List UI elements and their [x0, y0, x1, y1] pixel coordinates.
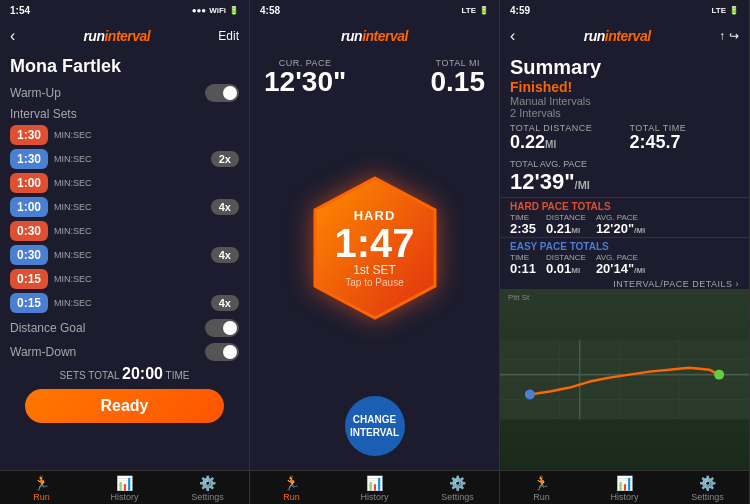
- tab-history-p3[interactable]: 📊 History: [583, 475, 666, 502]
- interval-pill-hard-2[interactable]: 1:00: [10, 173, 48, 193]
- total-distance-unit: MI: [545, 139, 556, 150]
- hard-time-block: TIME 2:35: [510, 213, 536, 235]
- easy-avg-block: AVG. PACE 20'14"/MI: [596, 253, 645, 275]
- avg-pace-label: TOTAL AVG. PACE: [510, 159, 739, 169]
- easy-time-block: TIME 0:11: [510, 253, 536, 275]
- interval-row-4: 0:30 MIN:SEC: [0, 219, 249, 243]
- tab-settings-p2[interactable]: ⚙️ Settings: [416, 475, 499, 502]
- tab-settings-label-p2: Settings: [441, 492, 474, 502]
- tab-settings-label-p3: Settings: [691, 492, 724, 502]
- change-interval-label: CHANGEINTERVAL: [350, 413, 399, 439]
- more-icon[interactable]: ↪: [729, 29, 739, 43]
- summary-title: Summary: [500, 54, 749, 79]
- interval-unit-4: MIN:SEC: [54, 226, 92, 236]
- interval-unit-5: MIN:SEC: [54, 250, 92, 260]
- interval-sets-label: Interval Sets: [0, 104, 249, 123]
- easy-pace-section: EASY PACE TOTALS TIME 0:11 DISTANCE 0.01…: [500, 237, 749, 277]
- workout-name: Mona Fartlek: [0, 54, 249, 81]
- status-icons-p3: LTE 🔋: [711, 6, 739, 15]
- interval-pill-hard-0[interactable]: 1:30: [10, 125, 48, 145]
- total-mi-block: TOTAL MI 0.15: [431, 58, 486, 96]
- sets-total-time-value: 20:00: [122, 365, 163, 382]
- map-area: Pitt St: [500, 289, 749, 470]
- settings-icon: ⚙️: [199, 475, 216, 491]
- logo-run-p2: run: [341, 28, 362, 44]
- logo-run-p3: run: [584, 28, 605, 44]
- avg-pace-unit: /MI: [575, 179, 590, 191]
- distance-goal-toggle[interactable]: [205, 319, 239, 337]
- run-stats: CUR. PACE 12'30" TOTAL MI 0.15: [250, 54, 499, 100]
- repeat-badge-3[interactable]: 4x: [211, 295, 239, 311]
- history-icon-p3: 📊: [616, 475, 633, 491]
- map-svg: [500, 289, 749, 470]
- logo-interval-p2: interval: [362, 28, 408, 44]
- interval-row-3: 1:00 MIN:SEC 4x: [0, 195, 249, 219]
- tab-settings-p1[interactable]: ⚙️ Settings: [166, 475, 249, 502]
- sets-total-prefix: SETS TOTAL: [60, 370, 120, 381]
- status-icons-p1: ●●● WiFi 🔋: [192, 6, 239, 15]
- interval-unit-7: MIN:SEC: [54, 298, 92, 308]
- interval-row-2: 1:00 MIN:SEC: [0, 171, 249, 195]
- share-icon[interactable]: ↑: [719, 29, 725, 43]
- hard-pace-section: HARD PACE TOTALS TIME 2:35 DISTANCE 0.21…: [500, 197, 749, 237]
- ready-button[interactable]: Ready: [25, 389, 224, 423]
- tab-run-p3[interactable]: 🏃 Run: [500, 475, 583, 502]
- back-button-p1[interactable]: ‹: [10, 27, 15, 45]
- interval-pill-hard-4[interactable]: 0:30: [10, 221, 48, 241]
- total-time-value: 2:45.7: [630, 133, 740, 153]
- map-street-label: Pitt St: [508, 293, 529, 302]
- interval-pill-hard-6[interactable]: 0:15: [10, 269, 48, 289]
- interval-row-6: 0:15 MIN:SEC: [0, 267, 249, 291]
- easy-pace-row: TIME 0:11 DISTANCE 0.01MI AVG. PACE 20'1…: [510, 253, 739, 275]
- interval-pace-details-link[interactable]: INTERVAL/PACE DETAILS ›: [500, 277, 749, 289]
- tab-history-label-p2: History: [360, 492, 388, 502]
- run-icon-p3: 🏃: [533, 475, 550, 491]
- logo-interval: interval: [104, 28, 150, 44]
- interval-pill-easy-3[interactable]: 1:00: [10, 197, 48, 217]
- easy-time-value: 0:11: [510, 262, 536, 275]
- tab-history-label-p1: History: [110, 492, 138, 502]
- warmup-label: Warm-Up: [10, 86, 61, 100]
- interval-unit-6: MIN:SEC: [54, 274, 92, 284]
- status-time-p1: 1:54: [10, 5, 30, 16]
- app-logo-p1: runinterval: [83, 28, 150, 44]
- back-button-p3[interactable]: ‹: [510, 27, 515, 45]
- repeat-badge-1[interactable]: 4x: [211, 199, 239, 215]
- status-bar-p2: 4:58 LTE 🔋: [250, 0, 499, 18]
- run-icon: 🏃: [33, 475, 50, 491]
- repeat-badge-2[interactable]: 4x: [211, 247, 239, 263]
- logo-run: run: [83, 28, 104, 44]
- interval-unit-2: MIN:SEC: [54, 178, 92, 188]
- tab-history-p2[interactable]: 📊 History: [333, 475, 416, 502]
- hexagon-wrap[interactable]: HARD 1:47 1st SET Tap to Pause: [310, 173, 440, 323]
- hex-tap: Tap to Pause: [345, 277, 403, 288]
- tab-run-label-p3: Run: [533, 492, 550, 502]
- tab-settings-p3[interactable]: ⚙️ Settings: [666, 475, 749, 502]
- cur-pace-block: CUR. PACE 12'30": [264, 58, 346, 96]
- panel-active-run: 4:58 LTE 🔋 runinterval CUR. PACE 12'30" …: [250, 0, 500, 504]
- panel-workout-setup: 1:54 ●●● WiFi 🔋 ‹ runinterval Edit Mona …: [0, 0, 250, 504]
- tab-run-p1[interactable]: 🏃 Run: [0, 475, 83, 502]
- warm-down-label: Warm-Down: [10, 345, 76, 359]
- interval-row-7: 0:15 MIN:SEC 4x: [0, 291, 249, 315]
- warmup-toggle[interactable]: [205, 84, 239, 102]
- warm-down-toggle[interactable]: [205, 343, 239, 361]
- tab-bar-p1: 🏃 Run 📊 History ⚙️ Settings: [0, 470, 249, 504]
- interval-unit-1: MIN:SEC: [54, 154, 92, 164]
- interval-pill-easy-1[interactable]: 1:30: [10, 149, 48, 169]
- status-bar-p1: 1:54 ●●● WiFi 🔋: [0, 0, 249, 18]
- hexagon-inner: HARD 1:47 1st SET Tap to Pause: [310, 173, 440, 323]
- sets-total: SETS TOTAL 20:00 TIME: [0, 363, 249, 385]
- interval-pill-easy-5[interactable]: 0:30: [10, 245, 48, 265]
- easy-avg-value: 20'14"/MI: [596, 262, 645, 275]
- tab-history-p1[interactable]: 📊 History: [83, 475, 166, 502]
- tab-run-p2[interactable]: 🏃 Run: [250, 475, 333, 502]
- interval-pill-easy-7[interactable]: 0:15: [10, 293, 48, 313]
- repeat-badge-0[interactable]: 2x: [211, 151, 239, 167]
- run-icon-p2: 🏃: [283, 475, 300, 491]
- change-interval-button[interactable]: CHANGEINTERVAL: [345, 396, 405, 456]
- distance-goal-label: Distance Goal: [10, 321, 85, 335]
- hexagon-container[interactable]: HARD 1:47 1st SET Tap to Pause: [250, 100, 499, 396]
- edit-button[interactable]: Edit: [218, 29, 239, 43]
- history-icon-p2: 📊: [366, 475, 383, 491]
